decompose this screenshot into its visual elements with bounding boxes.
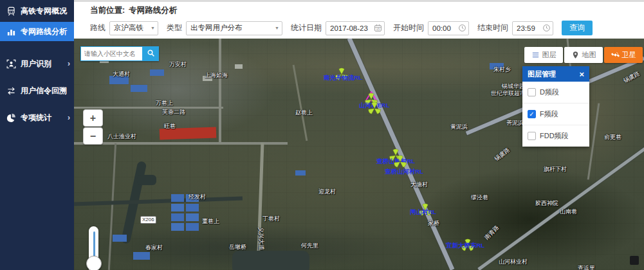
map-canvas[interactable]: 万安村大通村上海如海朱村乡锡城华园世纪华联超市万巷上芙蓉二路旺巷八士渔业村赵巷上… <box>74 39 644 270</box>
layers-icon <box>531 51 540 59</box>
sidebar: 高铁专网概况专网路线分析用户识别›用户信令回溯专项统计› <box>0 0 74 270</box>
page-title: 专网路线分析 <box>129 6 177 15</box>
sidebar-item-statistics[interactable]: 专项统计› <box>0 109 74 126</box>
chevron-down-icon: ▼ <box>151 26 155 30</box>
date-field: 15 <box>326 21 385 35</box>
user-scan-icon <box>6 59 16 69</box>
layer-panel-header: 图层管理 × <box>522 66 589 82</box>
main-content: 当前位置:专网路线分析 路线 京沪高铁 ▼ 类型 出专网用户分布 ▼ 统计日期 … <box>74 0 644 270</box>
zoom-slider <box>86 226 104 270</box>
type-label: 类型 <box>167 22 182 33</box>
end-time-field <box>512 21 553 35</box>
zoom-slider-handle[interactable] <box>86 256 102 270</box>
date-label: 统计日期 <box>291 22 322 33</box>
zoom-controls: + − <box>83 109 103 145</box>
chart-icon <box>6 27 16 37</box>
search-icon <box>147 49 155 59</box>
sidebar-item-label: 专项统计 <box>21 113 51 123</box>
layer-option-row[interactable]: ✓F频段 <box>522 104 589 125</box>
cell-search-input[interactable] <box>80 46 142 61</box>
end-time-label: 结束时间 <box>477 22 508 33</box>
chevron-down-icon: ▼ <box>275 26 279 30</box>
swap-icon <box>6 86 16 96</box>
route-select[interactable]: 京沪高铁 ▼ <box>109 21 158 35</box>
query-button[interactable]: 查询 <box>562 21 593 35</box>
layer-option-label: FDD频段 <box>540 131 569 141</box>
sidebar-item-overview[interactable]: 高铁专网概况 <box>0 3 74 19</box>
route-select-value: 京沪高铁 <box>114 23 143 33</box>
start-time-input[interactable] <box>428 22 468 35</box>
sidebar-item-label: 用户信令回溯 <box>21 86 67 96</box>
sidebar-item-route-analysis[interactable]: 专网路线分析 <box>0 22 74 41</box>
layer-option-checkbox[interactable] <box>528 132 536 140</box>
cell-marker-label: 宜新大桥东RL <box>446 242 484 250</box>
date-input[interactable] <box>326 22 384 35</box>
breadcrumb: 当前位置:专网路线分析 <box>74 2 644 18</box>
layer-option-checkbox[interactable] <box>528 88 536 96</box>
type-select-value: 出专网用户分布 <box>190 23 243 33</box>
satellite-icon <box>611 51 620 59</box>
layer-option-label: D频段 <box>540 87 559 97</box>
start-time-field <box>428 21 469 35</box>
end-time-input[interactable] <box>513 22 553 35</box>
map-pin-icon <box>571 51 580 59</box>
cell-marker[interactable] <box>366 100 383 118</box>
layer-option-row[interactable]: D频段 <box>522 82 589 104</box>
layer-option-checkbox[interactable]: ✓ <box>528 110 536 118</box>
pie-icon <box>6 113 16 123</box>
sidebar-item-user-identify[interactable]: 用户识别› <box>0 55 74 72</box>
view-button-label: 图层 <box>542 50 557 60</box>
cell-search-button[interactable] <box>142 46 159 61</box>
breadcrumb-label: 当前位置: <box>90 6 125 15</box>
sidebar-item-label: 专网路线分析 <box>21 26 67 37</box>
layer-options-list: D频段✓F频段FDD频段 <box>522 82 589 147</box>
map-view-buttons: 图层地图卫星 <box>523 47 643 63</box>
view-button-label: 卫星 <box>622 50 636 60</box>
close-icon[interactable]: × <box>579 70 584 78</box>
layer-option-label: F频段 <box>540 109 558 119</box>
zoom-out-button[interactable]: − <box>83 127 103 145</box>
layer-manager-panel: 图层管理 × D频段✓F频段FDD频段 <box>522 66 589 147</box>
map-attribution <box>630 256 639 265</box>
sidebar-item-label: 高铁专网概况 <box>21 6 67 17</box>
type-select[interactable]: 出专网用户分布 ▼ <box>186 21 282 35</box>
cell-marker-label: 查桥山河村RL <box>385 168 423 176</box>
chevron-right-icon: › <box>68 113 70 122</box>
view-button-layers[interactable]: 图层 <box>524 47 563 63</box>
view-button-label: 地图 <box>582 50 596 60</box>
sidebar-menu: 高铁专网概况专网路线分析用户识别›用户信令回溯专项统计› <box>0 0 74 126</box>
sidebar-item-label: 用户识别 <box>21 59 51 69</box>
layer-option-row[interactable]: FDD频段 <box>522 125 589 147</box>
view-button-satellite[interactable]: 卫星 <box>604 47 643 63</box>
zoom-in-button[interactable]: + <box>83 109 103 127</box>
sidebar-item-signal-trace[interactable]: 用户信令回溯 <box>0 82 74 99</box>
route-label: 路线 <box>90 22 106 33</box>
chevron-right-icon: › <box>68 59 70 68</box>
view-button-map[interactable]: 地图 <box>564 47 603 63</box>
train-icon <box>6 6 16 16</box>
start-time-label: 开始时间 <box>393 22 424 33</box>
cell-marker-label: 南光舟物流RL <box>324 74 362 82</box>
filter-toolbar: 路线 京沪高铁 ▼ 类型 出专网用户分布 ▼ 统计日期 15 开始时间 结束时间 <box>74 18 644 38</box>
cell-marker-label: 闸山村RL <box>410 208 436 217</box>
cell-search <box>80 46 159 61</box>
layer-panel-title: 图层管理 <box>528 69 556 79</box>
